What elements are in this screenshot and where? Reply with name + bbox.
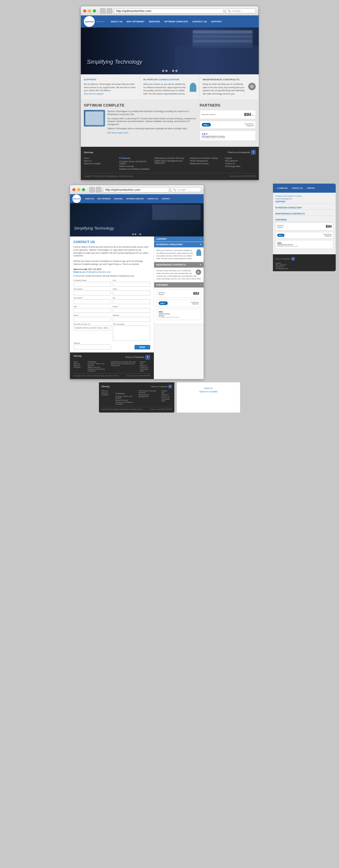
mini-dot-1[interactable] (132, 234, 134, 235)
rp-nav-support[interactable]: SUPPORT (306, 186, 317, 190)
nav-support[interactable]: SUPPORT (209, 19, 224, 24)
sidebar-consultation-header[interactable]: IN PERSON CONSULTANT ▾ (154, 242, 204, 247)
city-input[interactable] (113, 282, 150, 287)
state-input[interactable] (113, 290, 150, 296)
bottom-fp-link-news[interactable]: Technology News (161, 398, 172, 402)
mini-nav-about[interactable]: ABOUT US (84, 197, 96, 200)
footer-link-it1[interactable]: Computer, Server, and Network Support (119, 160, 150, 164)
bottom-fp-fb-icon[interactable]: f (168, 385, 172, 389)
minimize-btn[interactable] (88, 9, 91, 12)
bottom-fp-link-about[interactable]: About us (101, 390, 113, 392)
hero-dot-2[interactable] (166, 70, 168, 72)
bottom-fp-link-oc[interactable]: Optimum Complete (101, 392, 113, 396)
footer-link-news[interactable]: Technology News (225, 165, 256, 167)
mini-nav-why[interactable]: WHY OPTIMUM? (96, 197, 112, 200)
footer-link-contact[interactable]: Contact Us (225, 162, 256, 164)
zip-input[interactable] (113, 299, 150, 304)
how-input[interactable] (74, 326, 111, 331)
mini-dot-4[interactable] (140, 234, 141, 235)
mini-hero-dots[interactable] (132, 234, 141, 235)
message-textarea[interactable] (113, 326, 150, 341)
footer-link-it3[interactable]: Hardware and Software Installation (119, 168, 150, 170)
rp-link-vm[interactable]: Vendor Management (275, 198, 333, 199)
footer-link-it2[interactable]: Network Security (119, 165, 150, 167)
cf-link-dr[interactable]: Data Backup & Disaster Recovery (111, 361, 137, 363)
footer-link-support[interactable]: Support (225, 157, 256, 159)
nav-services[interactable]: SERVICES (147, 19, 162, 24)
mini-nav-services[interactable]: SERVICES (113, 197, 124, 200)
send-button[interactable]: SEND (135, 345, 150, 349)
cf-link-oc[interactable]: Optimum Complete (74, 365, 85, 368)
bottom-fp-link-support[interactable]: Support (161, 390, 172, 392)
title-input[interactable] (74, 308, 111, 313)
bottom-fp-link-mobile[interactable]: Mobile Device Management (139, 394, 159, 398)
mini-dot-2[interactable] (135, 234, 136, 235)
contact-fb-icon[interactable]: f (145, 355, 150, 360)
rp-nav-contact[interactable]: CONTACT US (291, 186, 304, 190)
cf-link-mobile[interactable]: Mobile Device Management and Deployment (111, 363, 137, 366)
footer-link-oc[interactable]: Optimum Complete (84, 162, 114, 164)
footer-link-why[interactable]: Why optimum? (225, 160, 256, 162)
first-input[interactable] (74, 290, 111, 296)
forward-btn[interactable]: › (107, 8, 112, 13)
hero-dot-5[interactable] (175, 70, 178, 72)
search-bar-2[interactable]: 🔍 Google (171, 187, 201, 192)
hero-dot-4[interactable] (172, 70, 174, 72)
nav-contact-us[interactable]: CONTACT US (191, 19, 209, 24)
support-link[interactable]: click here for support (84, 93, 103, 95)
rp-link-hw[interactable]: Hardware and Software Training (275, 195, 333, 197)
address-bar[interactable]: http://optimumtechinc.com (114, 8, 224, 13)
minimize-btn-2[interactable] (77, 188, 80, 191)
bottom-fp-link-it1[interactable]: Computer, Server, and Network (115, 395, 136, 399)
sidebar-partners-header[interactable]: PARTNERS › (154, 282, 204, 287)
forward-btn-2[interactable]: › (96, 187, 101, 192)
phone-input[interactable] (113, 308, 150, 313)
bottom-fp-link-it2[interactable]: Network Security (115, 399, 136, 401)
back-btn-2[interactable]: ‹ (89, 187, 95, 192)
footer-link-home[interactable]: Home (84, 157, 114, 159)
about-link-about[interactable]: About us (180, 387, 237, 389)
sidebar-maintenance-header[interactable]: MAINTENANCE CONTRACTS ▾ (154, 262, 204, 268)
footer-link-about[interactable]: About us (84, 160, 114, 162)
nav-why-optimum[interactable]: WHY OPTIMUM? (125, 19, 146, 24)
footer-link-it4[interactable]: Data Backup & Disaster Recovery (155, 157, 185, 159)
footer-link-ms[interactable]: Maintenance services (190, 162, 221, 164)
mini-nav-oc[interactable]: OPTIMUM COMPLETE (125, 197, 145, 200)
mini-nav-support[interactable]: SUPPORT (160, 197, 171, 200)
rp-footer-link-news[interactable]: Technology News (275, 268, 333, 270)
cf-link-news2[interactable]: Technology News (140, 368, 150, 372)
bottom-fp-link-it3[interactable]: Hardware and Software Installation (115, 401, 136, 405)
mini-dot-3[interactable] (137, 234, 139, 235)
cf-link-it1[interactable]: Computer, Server, and Network (88, 363, 108, 366)
footer-link-hw[interactable]: Hardware and Software Training (190, 157, 221, 159)
close-btn[interactable] (83, 9, 86, 12)
about-link-oc[interactable]: Optimum Complete (180, 391, 237, 393)
close-btn-2[interactable] (72, 188, 75, 191)
company-input[interactable] (74, 282, 111, 287)
search-bar[interactable]: 🔍 Google (226, 8, 256, 13)
bottom-fp-link-why[interactable]: Why optimum? (161, 392, 172, 396)
website-input[interactable] (113, 317, 150, 322)
mini-nav-contact[interactable]: CONTACT US (146, 197, 160, 200)
bottom-fp-link-dr[interactable]: Data Backup & Disaster Recovery (139, 390, 159, 394)
sidebar-support-header[interactable]: SUPPORT › (154, 237, 204, 242)
cf-link-why2[interactable]: Why optimum? (140, 363, 150, 366)
bottom-fp-link-contact[interactable]: Contact Us (161, 396, 172, 398)
nav-optimum-complete[interactable]: OPTIMUM COMPLETE (163, 19, 190, 24)
cf-link-it3[interactable]: Hardware and Software Installation (88, 368, 108, 372)
maximize-btn[interactable] (93, 9, 96, 12)
rp-fb-icon[interactable]: f (291, 257, 295, 261)
hero-dots[interactable] (162, 70, 178, 72)
email-input[interactable] (74, 317, 111, 322)
oc-learn-more-link[interactable]: click here to learn more... (107, 131, 196, 134)
address-input[interactable] (74, 345, 111, 349)
hero-dot-3[interactable] (169, 70, 171, 72)
nav-about-us[interactable]: ABOUT US (109, 19, 124, 24)
last-input[interactable] (74, 299, 111, 304)
facebook-icon[interactable]: f (251, 150, 256, 155)
back-btn[interactable]: ‹ (100, 8, 106, 13)
footer-link-vm[interactable]: Vendor Management (190, 160, 221, 162)
footer-link-it5[interactable]: Mobile Device Management and Deployment (155, 160, 185, 164)
address-bar-2[interactable]: http://optimumtechinc.com (103, 187, 169, 192)
contact-email-line[interactable]: Email us at: info@optimumtechinc.com (74, 271, 150, 273)
